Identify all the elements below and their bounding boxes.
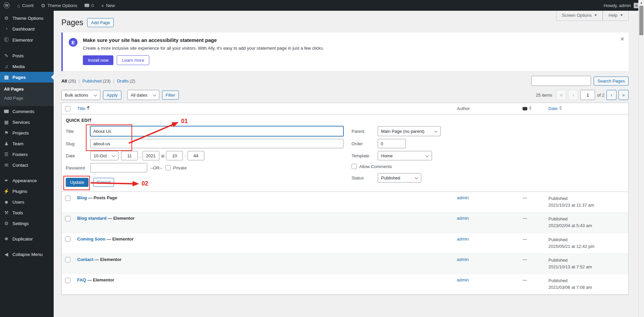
next-page-button[interactable]: › bbox=[606, 90, 616, 100]
order-input[interactable] bbox=[378, 139, 406, 148]
scrollbar-thumb[interactable] bbox=[639, 6, 643, 35]
title-input[interactable] bbox=[90, 126, 343, 136]
elementor-icon: E bbox=[69, 38, 77, 47]
private-checkbox[interactable] bbox=[165, 165, 171, 170]
row-checkbox[interactable] bbox=[65, 216, 70, 221]
minute-input[interactable] bbox=[187, 151, 204, 160]
table-row: Blog — Posts Pageadmin—Published2021/10/… bbox=[62, 192, 628, 212]
date-filter-select[interactable]: All dates bbox=[127, 90, 159, 100]
bulk-actions-select[interactable]: Bulk actions bbox=[61, 90, 100, 100]
sidebar-item-users[interactable]: ☻Users bbox=[0, 197, 54, 207]
scrollbar[interactable]: ▲ bbox=[638, 0, 644, 317]
year-input[interactable] bbox=[143, 151, 159, 160]
sidebar-item-services[interactable]: ▦Services bbox=[0, 117, 54, 127]
update-button[interactable]: Update bbox=[66, 178, 89, 187]
new-content-menu[interactable]: + New bbox=[98, 0, 119, 11]
sidebar-item-footers[interactable]: ☰Footers bbox=[0, 149, 54, 160]
sidebar-item-add-page[interactable]: Add Page bbox=[0, 94, 54, 103]
template-select[interactable]: Home bbox=[378, 151, 432, 160]
author-link[interactable]: admin bbox=[457, 236, 469, 242]
admin-sidebar: ⚙Theme Options◔DashboardⒺElementor✎Posts… bbox=[0, 11, 54, 317]
author-link[interactable]: admin bbox=[457, 195, 469, 200]
apply-button[interactable]: Apply bbox=[103, 91, 121, 100]
theme-options-menu[interactable]: ⚙ Theme Options bbox=[37, 0, 81, 11]
my-account-menu[interactable]: Howdy, admin ☻ bbox=[604, 3, 644, 8]
sidebar-item-theme-options[interactable]: ⚙Theme Options bbox=[0, 13, 54, 23]
hour-input[interactable] bbox=[166, 151, 183, 160]
site-name-menu[interactable]: ⌂ Covrit bbox=[13, 0, 37, 11]
row-checkbox[interactable] bbox=[65, 257, 70, 262]
sidebar-item-media[interactable]: ♫Media bbox=[0, 61, 54, 72]
quick-edit-panel: QUICK EDIT Title Slug Date 10-Oct bbox=[62, 114, 628, 192]
sidebar-item-plugins[interactable]: ⚡Plugins bbox=[0, 186, 54, 197]
sidebar-item-pages[interactable]: ▤Pages bbox=[0, 72, 54, 83]
slug-field-label: Slug bbox=[66, 141, 90, 146]
sort-by-title[interactable]: Title bbox=[77, 106, 90, 111]
sidebar-item-team[interactable]: ♟Team bbox=[0, 138, 54, 149]
author-link[interactable]: admin bbox=[457, 257, 469, 262]
sidebar-item-contact[interactable]: ✉Contact bbox=[0, 160, 54, 170]
search-input[interactable] bbox=[531, 76, 591, 86]
filter-button[interactable]: Filter bbox=[162, 91, 179, 100]
search-pages-button[interactable]: Search Pages bbox=[594, 76, 629, 86]
learn-more-button[interactable]: Learn more bbox=[117, 55, 149, 65]
allow-comments-checkbox[interactable] bbox=[352, 164, 357, 169]
close-icon[interactable]: ✕ bbox=[620, 36, 625, 42]
status-select[interactable]: Published bbox=[378, 173, 421, 182]
last-page-button[interactable]: » bbox=[619, 90, 629, 100]
comments-menu[interactable]: 0 bbox=[81, 0, 97, 11]
author-link[interactable]: admin bbox=[457, 216, 469, 221]
sidebar-item-appearance[interactable]: ✒Appearance bbox=[0, 175, 54, 186]
brush-icon: ✒ bbox=[3, 178, 9, 183]
parent-select[interactable]: Main Page (no parent) bbox=[378, 126, 441, 136]
sidebar-item-label: Duplicator bbox=[12, 236, 33, 242]
row-checkbox[interactable] bbox=[65, 278, 70, 283]
scroll-up-icon[interactable]: ▲ bbox=[639, 0, 644, 4]
sidebar-item-posts[interactable]: ✎Posts bbox=[0, 50, 54, 61]
plugin-icon: ⚡ bbox=[3, 189, 9, 194]
author-link[interactable]: admin bbox=[457, 277, 469, 282]
sidebar-item-collapse-menu[interactable]: ◀Collapse Menu bbox=[0, 249, 54, 260]
page-title-link[interactable]: Coming Soon bbox=[77, 236, 106, 242]
cancel-button[interactable]: Cancel bbox=[93, 178, 114, 187]
title-field-label: Title bbox=[66, 129, 90, 134]
add-page-button[interactable]: Add Page bbox=[87, 18, 114, 27]
row-checkbox[interactable] bbox=[65, 236, 70, 242]
post-state: — Posts Page bbox=[87, 195, 117, 200]
comments-count: — bbox=[523, 195, 548, 200]
sidebar-item-comments[interactable]: Comments bbox=[0, 106, 54, 117]
help-tab[interactable]: Help bbox=[603, 11, 629, 21]
settings-icon: ⚙ bbox=[3, 221, 9, 226]
total-pages: of 2 bbox=[597, 93, 604, 98]
install-now-button[interactable]: Install now bbox=[83, 55, 113, 65]
select-all-checkbox[interactable] bbox=[65, 106, 70, 111]
sidebar-item-label: Posts bbox=[12, 53, 24, 58]
screen-options-tab[interactable]: Screen Options bbox=[556, 11, 603, 21]
sort-by-comments[interactable] bbox=[523, 106, 532, 111]
page-title-link[interactable]: Blog bbox=[77, 195, 87, 200]
sidebar-item-dashboard[interactable]: ◔Dashboard bbox=[0, 23, 54, 34]
row-checkbox[interactable] bbox=[65, 196, 70, 201]
sidebar-item-duplicator[interactable]: ❖Duplicator bbox=[0, 233, 54, 244]
chevron-down-icon bbox=[153, 93, 156, 97]
page-title-link[interactable]: Contact bbox=[77, 257, 93, 262]
sidebar-item-all-pages[interactable]: All Pages bbox=[0, 85, 54, 94]
sidebar-item-projects[interactable]: ⚑Projects bbox=[0, 127, 54, 138]
wp-logo-menu[interactable]: W bbox=[0, 0, 13, 11]
slug-input[interactable] bbox=[90, 139, 343, 148]
sidebar-item-label: Users bbox=[12, 200, 24, 205]
month-select[interactable]: 10-Oct bbox=[90, 151, 118, 160]
password-input[interactable] bbox=[90, 163, 147, 172]
sidebar-item-elementor[interactable]: ⒺElementor bbox=[0, 34, 54, 46]
sidebar-item-tools[interactable]: ⚒Tools bbox=[0, 207, 54, 218]
view-all[interactable]: All (25) bbox=[61, 78, 76, 84]
current-page-input[interactable] bbox=[580, 90, 595, 100]
sidebar-item-label: Elementor bbox=[12, 38, 33, 43]
view-drafts[interactable]: Drafts (2) bbox=[117, 78, 135, 84]
page-title-link[interactable]: FAQ bbox=[77, 277, 86, 282]
sidebar-item-settings[interactable]: ⚙Settings bbox=[0, 218, 54, 229]
view-published[interactable]: Published (23) bbox=[83, 78, 111, 84]
day-input[interactable] bbox=[121, 151, 138, 160]
page-title-link[interactable]: Blog standard bbox=[77, 216, 106, 221]
sort-by-date[interactable]: Date bbox=[548, 106, 562, 111]
